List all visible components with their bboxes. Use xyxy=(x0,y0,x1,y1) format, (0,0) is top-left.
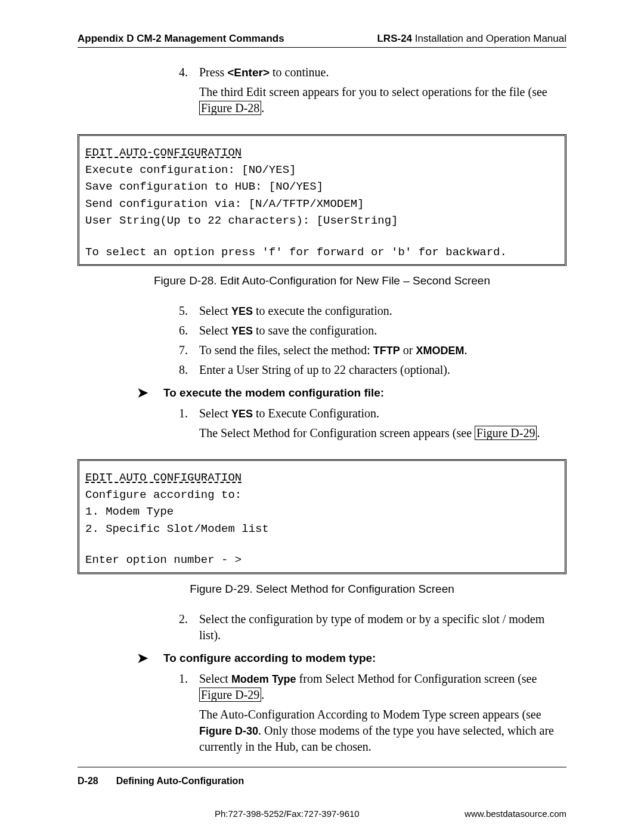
figure-ref-d28[interactable]: Figure D-28 xyxy=(199,101,261,115)
terminal-screen-d28: EDIT AUTO-CONFIGURATION Execute configur… xyxy=(78,134,566,266)
section-title: Defining Auto-Configuration xyxy=(116,776,244,786)
step-6: 6. Select YES to save the configuration. xyxy=(179,323,566,339)
proc1-step-1: 1. Select YES to Execute Configuration. xyxy=(179,405,566,422)
print-footer: Ph:727-398-5252/Fax:727-397-9610 www.bes… xyxy=(0,809,644,819)
arrow-icon: ➤ xyxy=(137,386,163,400)
terminal-screen-d29: EDIT AUTO CONFIGURATION Configure accord… xyxy=(78,459,566,574)
step-4: 4. Press <Enter> to continue. xyxy=(179,64,566,80)
figure-caption-d29: Figure D-29. Select Method for Configura… xyxy=(78,583,566,596)
proc2-step-1: 1. Select Modem Type from Select Method … xyxy=(179,671,566,703)
procedure-configure-modem-type: ➤ To configure according to modem type: xyxy=(137,652,566,665)
proc1-result: The Select Method for Configuration scre… xyxy=(199,425,566,441)
page-number: D-28 xyxy=(78,776,98,786)
contact-info: Ph:727-398-5252/Fax:727-397-9610 xyxy=(215,809,360,819)
step-5: 5. Select YES to execute the configurati… xyxy=(179,303,566,319)
step-2b: 2. Select the configuration by type of m… xyxy=(179,611,566,643)
procedure-execute-modem: ➤ To execute the modem configuration fil… xyxy=(137,386,566,400)
step-8: 8. Enter a User String of up to 22 chara… xyxy=(179,362,566,378)
footer-rule xyxy=(78,767,566,767)
proc2-result: The Auto-Configuration According to Mode… xyxy=(199,707,566,755)
step-4-result: The third Edit screen appears for you to… xyxy=(199,84,566,116)
figure-ref-d29-b[interactable]: Figure D-29 xyxy=(199,688,261,702)
step-7: 7. To send the files, select the method:… xyxy=(179,342,566,358)
header-left: Appendix D CM-2 Management Commands xyxy=(78,33,284,45)
figure-caption-d28: Figure D-28. Edit Auto-Configuration for… xyxy=(78,274,566,287)
figure-ref-d29[interactable]: Figure D-29 xyxy=(475,426,537,440)
terminal-title: EDIT AUTO CONFIGURATION xyxy=(85,469,559,487)
page-header: Appendix D CM-2 Management Commands LRS-… xyxy=(78,33,566,48)
header-right: LRS-24 Installation and Operation Manual xyxy=(377,33,566,45)
arrow-icon: ➤ xyxy=(137,652,163,665)
footer-line: D-28 Defining Auto-Configuration xyxy=(78,776,566,786)
terminal-title: EDIT AUTO-CONFIGURATION xyxy=(85,144,559,162)
url: www.bestdatasource.com xyxy=(465,809,566,819)
